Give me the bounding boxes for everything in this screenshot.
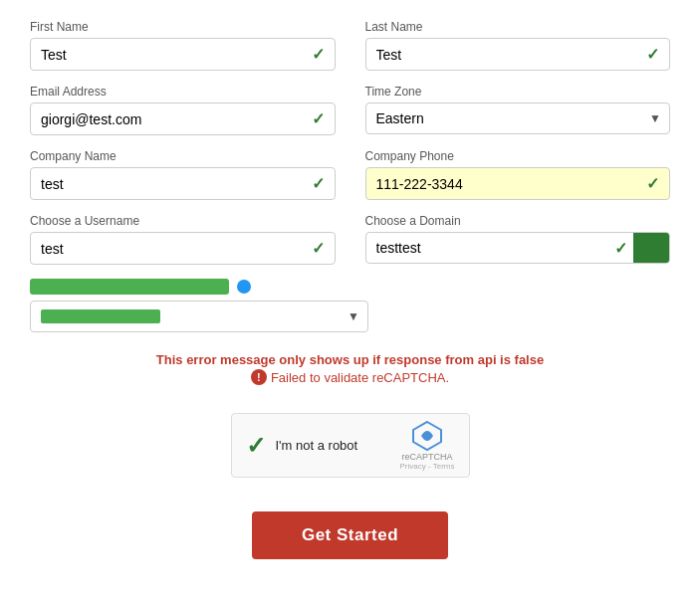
timezone-select-wrapper: Eastern Central Mountain Pacific ▼ [365,102,671,134]
get-started-button[interactable]: Get Started [252,511,448,559]
blurred-dropdown-icon: ▼ [348,309,367,323]
last-name-group: Last Name ✓ [365,20,671,71]
username-label: Choose a Username [30,214,336,228]
company-name-group: Company Name ✓ [30,149,336,200]
recaptcha-box[interactable]: ✓ I'm not a robot reCAPTCHA Privacy - Te… [231,413,470,478]
company-phone-label: Company Phone [365,149,671,163]
company-phone-input[interactable] [376,176,643,192]
error-section: This error message only shows up if resp… [30,352,670,385]
domain-check-icon: ✓ [608,239,633,258]
username-input-wrapper: ✓ [30,232,336,265]
first-name-check-icon: ✓ [312,45,325,64]
captcha-validate-error: ! Failed to validate reCAPTCHA. [30,369,670,385]
blurred-section: ▼ [30,279,670,332]
email-group: Email Address ✓ [30,85,336,135]
domain-row: ✓ [365,232,671,264]
company-name-input-wrapper: ✓ [30,167,336,200]
company-phone-input-wrapper: ✓ [365,167,671,200]
blurred-info-dot [237,280,251,294]
blurred-label [30,279,229,295]
username-check-icon: ✓ [312,239,325,258]
email-input[interactable] [41,111,308,127]
timezone-select[interactable]: Eastern Central Mountain Pacific [366,103,650,133]
company-name-check-icon: ✓ [312,174,325,193]
recaptcha-label: I'm not a robot [276,438,358,453]
captcha-api-error: This error message only shows up if resp… [30,352,670,367]
recaptcha-container: ✓ I'm not a robot reCAPTCHA Privacy - Te… [30,399,670,478]
timezone-label: Time Zone [365,85,671,99]
captcha-validate-error-text: Failed to validate reCAPTCHA. [271,370,449,385]
first-name-group: First Name ✓ [30,20,336,71]
timezone-group: Time Zone Eastern Central Mountain Pacif… [365,85,671,135]
submit-section: Get Started [30,511,670,559]
first-name-input-wrapper: ✓ [30,38,336,71]
first-name-input[interactable] [41,47,308,63]
recaptcha-logo-svg [411,420,443,452]
domain-label: Choose a Domain [365,214,671,228]
first-name-label: First Name [30,20,336,34]
recaptcha-left: ✓ I'm not a robot [246,432,358,460]
email-label: Email Address [30,85,336,99]
error-info-icon: ! [251,369,267,385]
domain-suffix-button[interactable] [633,233,669,263]
last-name-check-icon: ✓ [646,45,659,64]
username-group: Choose a Username ✓ [30,214,336,265]
last-name-input-wrapper: ✓ [365,38,671,71]
recaptcha-checkmark: ✓ [246,432,266,460]
recaptcha-logo: reCAPTCHA Privacy - Terms [400,420,455,471]
domain-group: Choose a Domain ✓ [365,214,671,265]
email-check-icon: ✓ [312,109,325,128]
company-phone-check-icon: ✓ [646,174,659,193]
recaptcha-brand: reCAPTCHA [402,452,453,462]
last-name-label: Last Name [365,20,671,34]
company-name-label: Company Name [30,149,336,163]
company-phone-group: Company Phone ✓ [365,149,671,200]
blurred-select-wrapper: ▼ [30,301,368,332]
timezone-dropdown-icon: ▼ [649,111,669,125]
company-name-input[interactable] [41,176,308,192]
email-input-wrapper: ✓ [30,102,336,135]
domain-input[interactable] [366,233,609,263]
username-input[interactable] [41,241,308,257]
last-name-input[interactable] [376,47,643,63]
recaptcha-privacy-terms: Privacy - Terms [400,462,455,471]
blurred-option [41,309,160,323]
